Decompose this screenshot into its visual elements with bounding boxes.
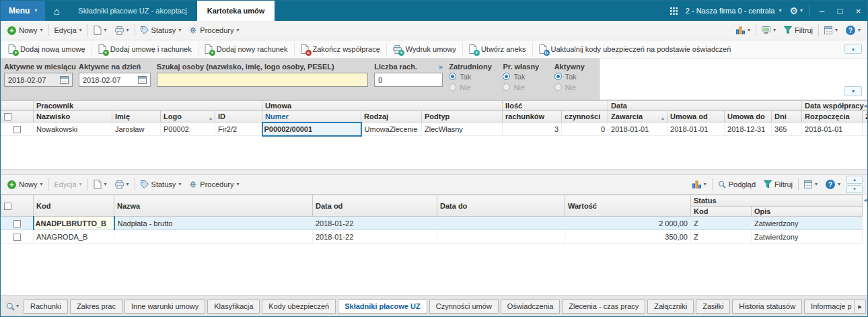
radio-selected-icon[interactable] [503, 73, 510, 80]
collapse-pane-button[interactable]: ▾ [846, 185, 863, 193]
analizy-button[interactable]: ▾ [732, 23, 754, 38]
cell-nazwa[interactable] [114, 230, 313, 244]
cell-rachunkow[interactable]: 3 [503, 122, 562, 136]
podglad-button[interactable]: Podgląd [714, 177, 760, 192]
minimize-button[interactable]: – [813, 1, 831, 21]
menu-button[interactable]: Menu ▾ [1, 1, 45, 21]
cell-rozpoczecia[interactable]: 2018-01-01 [802, 122, 863, 136]
filtruj-skladnik-button[interactable]: Filtruj [760, 177, 797, 192]
analizy-skladnik-button[interactable]: ▾ [688, 177, 711, 192]
cell-dni[interactable]: 365 [772, 122, 802, 136]
organizuj-widok-button[interactable]: ▾ [820, 23, 842, 38]
freeze-columns-button[interactable]: ◂ [863, 102, 867, 109]
company-selector[interactable]: 2 - Nasza firma 0 - centrala ▾ [682, 7, 786, 15]
procedury-skladnik-button[interactable]: Procedury ▾ [185, 177, 243, 192]
col-zawarcia[interactable]: Zawarcia▴ [608, 111, 667, 122]
cell-podtyp[interactable]: ZlecWłasny [422, 122, 503, 136]
cell-status-kod[interactable]: Z [691, 217, 752, 230]
statusy-skladnik-button[interactable]: Statusy ▾ [137, 177, 186, 192]
col-nazwa[interactable]: Nazwa [114, 195, 313, 217]
widok-button[interactable]: ▾ [758, 23, 780, 38]
tab-klasyfikacja[interactable]: Klasyfikacja [207, 300, 260, 314]
tab-informacje[interactable]: Informacje p [804, 300, 859, 314]
aktywny-tak-option[interactable]: Tak [554, 71, 595, 81]
aktywne-na-dzien-input[interactable]: 2018-02-07 [79, 73, 151, 87]
col-rodzaj[interactable]: Rodzaj [361, 111, 422, 122]
wydruk-umowy-button[interactable]: + Wydruk umowy [387, 42, 463, 57]
cell-logo[interactable]: P00002 [161, 122, 215, 136]
close-button[interactable]: × [849, 1, 867, 21]
pane-splitter[interactable] [1, 170, 867, 175]
cell-umowa-do[interactable]: 2018-12-31 [725, 122, 772, 136]
cell-wartosc[interactable]: 350,00 [565, 230, 691, 244]
col-data-od[interactable]: Data od [313, 195, 437, 217]
select-all-checkbox[interactable] [4, 203, 11, 210]
cell-nazwa[interactable]: Nadpłata - brutto [114, 217, 313, 230]
pomoc-skladnik-button[interactable]: ? ▾ [822, 177, 844, 192]
col-data-do[interactable]: Data do [437, 195, 565, 217]
col-nazwisko[interactable]: Nazwisko [34, 111, 112, 122]
drukuj-button[interactable]: ▾ [111, 23, 133, 38]
edycja-skladnik-button[interactable]: Edycja ▾ [50, 177, 86, 192]
cell-kod[interactable]: ANAGRODA_B [34, 230, 114, 244]
select-all-checkbox[interactable] [4, 113, 11, 120]
component-row[interactable]: ANADPLBRUTTO_B Nadpłata - brutto 2018-01… [1, 217, 863, 230]
cell-rodzaj[interactable]: UmowaZlecenie [361, 122, 422, 136]
statusy-button[interactable]: Statusy ▾ [137, 23, 186, 38]
cell-data-do[interactable] [437, 217, 565, 230]
row-checkbox[interactable] [13, 220, 21, 227]
cell-data-od[interactable]: 2018-01-22 [313, 230, 437, 244]
dokument-button[interactable]: ▾ [89, 23, 111, 38]
cell-numer-focused[interactable]: P00002/00001 [262, 122, 361, 136]
col-czynnosci[interactable]: czynności [562, 111, 608, 122]
cell-status-opis[interactable]: Zatwierdzony [752, 230, 863, 244]
tab-oswiadczenia[interactable]: Oświadczenia [501, 300, 560, 314]
more-filters-icon[interactable]: » [439, 61, 443, 71]
col-rachunkow[interactable]: rachunków [503, 111, 562, 122]
cell-wartosc[interactable]: 2 000,00 [565, 217, 691, 230]
col-rozpoczecia[interactable]: Rozpoczęcia [802, 111, 863, 122]
procedury-button[interactable]: Procedury ▾ [185, 23, 243, 38]
nowy-button[interactable]: + Nowy ▾ [3, 23, 47, 38]
cell-status-opis[interactable]: Zatwierdzony [752, 217, 863, 230]
tab-rachunki[interactable]: Rachunki [24, 300, 68, 314]
col-wartosc[interactable]: Wartość [565, 195, 691, 217]
zakoncz-wspolprace-button[interactable]: × Zakończ współpracę [295, 42, 387, 57]
col-numer[interactable]: Numer [262, 111, 361, 122]
cell-umowa-od[interactable]: 2018-01-01 [667, 122, 725, 136]
zatrudniony-nie-option[interactable]: Nie [449, 82, 497, 92]
window-tab-skladniki-placowe[interactable]: Składniki płacowe UZ - akceptacj [68, 1, 196, 21]
tab-kody-ubezpieczen[interactable]: Kody ubezpieczeń [262, 300, 336, 314]
drukuj-skladnik-button[interactable]: ▾ [111, 177, 133, 192]
row-checkbox[interactable] [13, 234, 21, 241]
zatrudniony-tak-option[interactable]: Tak [449, 71, 497, 81]
expand-pane-button[interactable]: ▴ [846, 176, 863, 184]
tab-skladniki-placowe-uz[interactable]: Składniki płacowe UZ [338, 300, 427, 314]
radio-selected-icon[interactable] [449, 73, 456, 80]
utworz-aneks-button[interactable]: + Utwórz aneks [463, 42, 533, 57]
radio-selected-icon[interactable] [554, 73, 562, 80]
component-row[interactable]: ANAGRODA_B 2018-01-22 350,00 Z Zatwierdz… [1, 230, 863, 244]
search-tabs-button[interactable]: ▾ [3, 302, 22, 311]
maximize-button[interactable]: □ [831, 1, 849, 21]
cell-data-do[interactable] [437, 230, 565, 244]
col-dni[interactable]: Dni [772, 111, 802, 122]
row-checkbox[interactable] [13, 126, 21, 133]
tab-zlecenia-czas-pracy[interactable]: Zlecenia - czas pracy [562, 300, 645, 314]
radio-unselected-icon[interactable] [554, 83, 562, 91]
dodaj-umowe-i-rachunek-button[interactable]: + Dodaj umowę i rachunek [92, 42, 198, 57]
aktywne-w-miesiacu-input[interactable]: 2018-02-07 [4, 73, 73, 87]
pomoc-button[interactable]: ? ▾ [842, 23, 865, 38]
organizuj-skladnik-button[interactable]: ▾ [800, 177, 822, 192]
dokument-skladnik-button[interactable]: ▾ [89, 177, 111, 192]
tab-historia-statusow[interactable]: Historia statusów [732, 300, 802, 314]
tab-zakres-prac[interactable]: Zakres prac [70, 300, 122, 314]
calendar-icon[interactable] [60, 76, 69, 84]
aktywny-nie-option[interactable]: Nie [554, 82, 595, 92]
cell-imie[interactable]: Jarosław [112, 122, 161, 136]
home-button[interactable]: ⌂ [45, 1, 68, 21]
szukaj-osoby-input[interactable] [157, 73, 369, 87]
col-umowa-do[interactable]: Umowa do [725, 111, 772, 122]
radio-unselected-icon[interactable] [503, 83, 510, 91]
tab-inne-warunki-umowy[interactable]: Inne warunki umowy [124, 300, 205, 314]
